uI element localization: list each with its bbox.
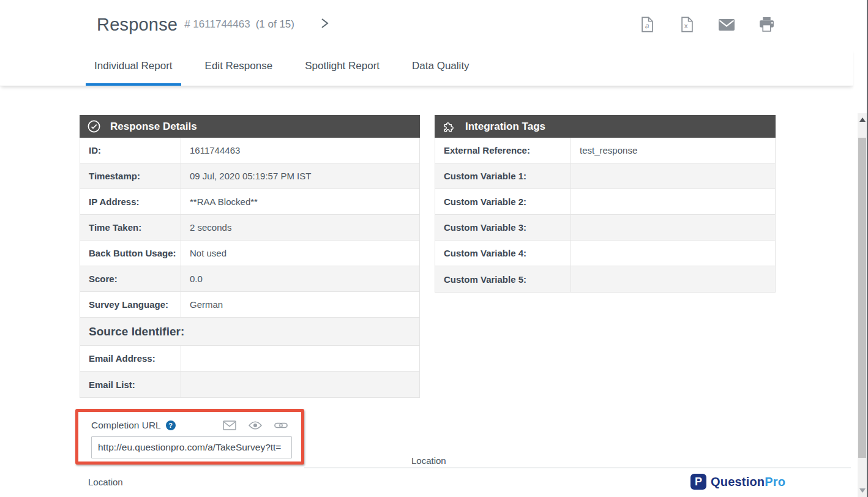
table-row: External Reference:test_response	[435, 138, 775, 163]
completion-url-actions	[223, 420, 288, 430]
row-label: Email Address:	[80, 346, 181, 371]
row-label: Source Identifier:	[80, 318, 184, 345]
chevron-right-icon	[320, 17, 329, 32]
brand-question: Question	[711, 475, 765, 488]
row-label: Custom Variable 1:	[435, 163, 571, 189]
row-label: Back Button Usage:	[80, 241, 181, 266]
row-label: Email List:	[80, 372, 181, 397]
svg-text:x: x	[684, 22, 687, 29]
integration-tags-panel: Integration Tags External Reference:test…	[435, 115, 776, 293]
row-label: Custom Variable 2:	[435, 189, 571, 214]
tab-edit-response[interactable]: Edit Response	[196, 49, 282, 86]
row-label: Score:	[80, 266, 181, 291]
row-label: Survey Language:	[80, 292, 181, 317]
row-value: 0.0	[181, 266, 419, 291]
completion-url-input[interactable]	[91, 436, 292, 458]
row-label: Time Taken:	[80, 215, 181, 240]
row-value: **RAA Blocked**	[181, 189, 419, 214]
row-value: 1611744463	[181, 138, 419, 163]
questionpro-logo: P QuestionPro	[690, 474, 785, 490]
table-row: Custom Variable 1:	[435, 163, 775, 189]
response-details-header: Response Details	[80, 115, 420, 138]
response-position: (1 of 15)	[256, 18, 294, 31]
print-icon[interactable]	[758, 16, 775, 33]
vertical-scrollbar[interactable]	[858, 113, 867, 497]
response-id: # 1611744463	[184, 18, 250, 31]
table-row: Email Address:	[80, 346, 419, 372]
table-row: Custom Variable 2:	[435, 189, 775, 215]
excel-export-icon[interactable]: x	[678, 16, 695, 33]
row-value: Not used	[181, 241, 419, 266]
questionpro-logo-mark: P	[690, 474, 706, 490]
page-title: Response	[97, 15, 178, 35]
panel-title: Response Details	[110, 121, 197, 133]
check-circle-icon	[87, 119, 101, 133]
section-divider	[304, 468, 851, 468]
row-value	[571, 163, 775, 189]
row-value	[571, 215, 775, 240]
completion-url-label: Completion URL	[91, 420, 161, 431]
email-icon[interactable]	[718, 16, 735, 33]
row-label: ID:	[80, 138, 181, 163]
row-label: Custom Variable 5:	[435, 266, 571, 292]
row-value	[571, 189, 775, 214]
tab-individual-report[interactable]: Individual Report	[86, 49, 181, 86]
row-value	[181, 346, 419, 371]
header: Response # 1611744463 (1 of 15) a x	[0, 0, 853, 49]
table-row: Custom Variable 3:	[435, 215, 775, 241]
row-value	[181, 372, 419, 397]
header-actions: a x	[638, 0, 775, 49]
row-value: German	[181, 292, 419, 317]
table-row: Timestamp:09 Jul, 2020 05:19:57 PM IST	[80, 163, 419, 189]
table-row: Custom Variable 5:	[435, 266, 775, 292]
scroll-down-icon	[859, 488, 866, 493]
completion-url-section: Completion URL ?	[75, 409, 304, 465]
puzzle-piece-icon	[442, 119, 456, 133]
table-row: Email List:	[80, 372, 419, 397]
svg-text:a: a	[645, 21, 649, 30]
tab-data-quality[interactable]: Data Quality	[403, 49, 478, 86]
table-row: ID:1611744463	[80, 138, 419, 163]
location-section-title: Location	[411, 455, 446, 466]
scroll-up-button[interactable]	[858, 114, 867, 125]
row-label: Custom Variable 3:	[435, 215, 571, 240]
preview-eye-icon[interactable]	[249, 421, 262, 430]
copy-link-icon[interactable]	[274, 422, 288, 429]
pdf-export-icon[interactable]: a	[638, 16, 656, 33]
row-value	[571, 241, 775, 266]
table-row: Score:0.0	[80, 266, 419, 292]
integration-tags-header: Integration Tags	[435, 115, 776, 138]
row-value: 09 Jul, 2020 05:19:57 PM IST	[181, 163, 419, 189]
scroll-up-icon	[859, 118, 866, 122]
panel-title: Integration Tags	[465, 121, 545, 133]
help-icon[interactable]: ?	[166, 420, 176, 430]
response-details-panel: Response Details ID:1611744463Timestamp:…	[80, 115, 420, 398]
questionpro-logo-text: QuestionPro	[711, 475, 785, 489]
next-response-button[interactable]	[320, 17, 329, 32]
table-row: Survey Language:German	[80, 292, 419, 318]
row-label: IP Address:	[80, 189, 181, 214]
row-label: External Reference:	[435, 138, 571, 163]
response-details-table: ID:1611744463Timestamp:09 Jul, 2020 05:1…	[80, 138, 420, 398]
table-row: Back Button Usage:Not used	[80, 241, 419, 266]
response-viewer-window: Response # 1611744463 (1 of 15) a x	[0, 0, 868, 497]
integration-tags-table: External Reference:test_responseCustom V…	[435, 138, 776, 293]
completion-url-toolbar: Completion URL ?	[91, 419, 301, 432]
scroll-down-button[interactable]	[858, 485, 867, 496]
table-row: IP Address:**RAA Blocked**	[80, 189, 419, 215]
tab-spotlight-report[interactable]: Spotlight Report	[296, 49, 388, 86]
row-label: Custom Variable 4:	[435, 241, 571, 266]
table-row: Time Taken:2 seconds	[80, 215, 419, 241]
scrollbar-thumb[interactable]	[858, 138, 866, 458]
report-tabs: Individual Report Edit Response Spotligh…	[0, 49, 853, 86]
brand-pro: Pro	[765, 475, 785, 488]
row-label: Timestamp:	[80, 163, 181, 189]
row-value: test_response	[571, 138, 775, 163]
send-email-icon[interactable]	[223, 420, 236, 430]
row-value	[571, 266, 775, 292]
table-row: Custom Variable 4:	[435, 241, 775, 266]
table-row: Source Identifier:	[80, 318, 419, 346]
location-footer-label: Location	[88, 477, 123, 487]
row-value: 2 seconds	[181, 215, 419, 240]
